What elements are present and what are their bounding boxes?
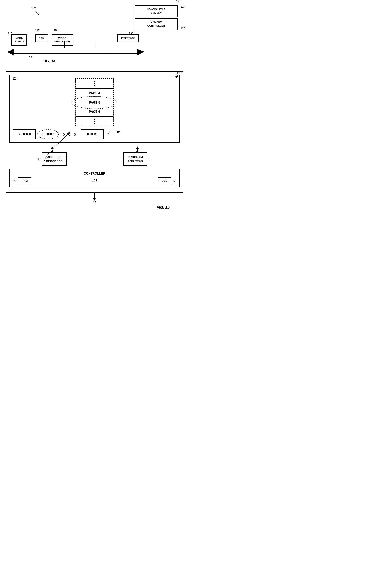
page-stack-container: PAGE 4 PAGE 5 PAGE 6 bbox=[13, 78, 176, 126]
ref-108-label: 108 bbox=[54, 29, 58, 32]
ram-box-1b: RAM bbox=[18, 177, 32, 184]
block-row: BLOCK 0 BLOCK 1 o o o BLOCK 0 11 bbox=[13, 130, 176, 139]
svg-marker-22 bbox=[51, 150, 54, 152]
ref-11-label: 11 bbox=[107, 133, 109, 136]
block0-left-box: BLOCK 0 bbox=[13, 130, 36, 139]
prog-arrow-up bbox=[135, 146, 139, 152]
page5-box: PAGE 5 bbox=[76, 98, 113, 107]
addr-arrow-up bbox=[50, 146, 54, 152]
ref-128-center-label: 128 bbox=[92, 179, 97, 183]
ref-120-label: 120 bbox=[176, 0, 181, 3]
ref-15-label: 15 bbox=[93, 201, 96, 204]
bottom-arrow bbox=[93, 193, 96, 200]
ram-ref-row: 21 RAM bbox=[14, 177, 31, 184]
ecc-box: ECC bbox=[158, 177, 171, 184]
controller-box: CONTROLLER 21 RAM 128 bbox=[9, 169, 180, 187]
dot2 bbox=[94, 83, 95, 84]
page4-box: PAGE 4 bbox=[76, 89, 113, 98]
storage-connection bbox=[108, 17, 114, 50]
dot5 bbox=[94, 121, 95, 122]
interface-box: INTERFACE bbox=[118, 34, 139, 42]
address-decoders-section: 17 ADDRESSDECODERS bbox=[38, 146, 67, 166]
ref-100: 100 bbox=[31, 6, 36, 9]
dot4 bbox=[94, 118, 95, 120]
ref-104-label: 104 bbox=[29, 56, 33, 59]
block0-right-box: BLOCK 0 bbox=[81, 130, 104, 139]
addr-dec-ref-row: 17 ADDRESSDECODERS bbox=[38, 152, 67, 166]
page-stack-dashed: PAGE 4 PAGE 5 PAGE 6 bbox=[75, 78, 114, 126]
dot1 bbox=[94, 81, 95, 82]
storage-system-box: 120 124 NON-VOLATILEMEMORY 128 MEMORYCON… bbox=[133, 4, 179, 31]
ref-19-label: 19 bbox=[148, 157, 151, 160]
dot6 bbox=[94, 123, 95, 124]
ram-box-1a: RAM bbox=[35, 34, 48, 42]
ecc-ref-row: ECC 23 bbox=[158, 177, 176, 184]
page6-box: PAGE 6 bbox=[76, 107, 113, 116]
block1-box: BLOCK 1 bbox=[38, 130, 59, 139]
fig1b-diagram: 120 124 bbox=[4, 71, 185, 204]
prog-read-ref-row: PROGRAMAND READ 19 bbox=[123, 152, 151, 166]
program-read-section: PROGRAMAND READ 19 bbox=[123, 146, 151, 166]
memory-array-box: 124 PAGE 4 bbox=[9, 75, 180, 143]
dot3 bbox=[94, 85, 95, 86]
memory-controller-box: MEMORYCONTROLLER bbox=[135, 18, 178, 30]
fig1b-title: FIG. 1b bbox=[157, 205, 170, 210]
fig1a-title: FIG. 1a bbox=[42, 59, 55, 63]
controller-title: CONTROLLER bbox=[14, 172, 176, 175]
lower-components-row: 17 ADDRESSDECODERS bbox=[9, 146, 180, 166]
component-vertical-lines bbox=[7, 41, 145, 57]
dots-bottom bbox=[76, 116, 113, 126]
address-decoders-box: ADDRESSDECODERS bbox=[42, 152, 67, 166]
ref-124-label: 124 bbox=[181, 5, 185, 8]
bottom-arrow-section: 15 bbox=[93, 193, 96, 204]
non-volatile-memory-box: NON-VOLATILEMEMORY bbox=[135, 5, 178, 17]
dots-top bbox=[76, 79, 113, 89]
ref-21-label: 21 bbox=[14, 179, 17, 182]
svg-marker-27 bbox=[93, 198, 96, 200]
block-dots: o o o bbox=[61, 132, 79, 137]
ref-112-label: 112 bbox=[35, 29, 40, 32]
ref-128-top-label: 128 bbox=[181, 27, 185, 30]
fig1a-diagram: 100 120 124 NON-VOLATILEMEMORY 128 MEMOR… bbox=[4, 4, 185, 66]
controller-inner-row: 21 RAM 128 ECC 23 bbox=[14, 177, 176, 184]
ref-100-arrow bbox=[29, 9, 40, 17]
ref-23-label: 23 bbox=[172, 179, 176, 182]
program-read-box: PROGRAMAND READ bbox=[123, 152, 147, 166]
outer-system-box: 124 PAGE 4 bbox=[6, 71, 183, 193]
svg-marker-25 bbox=[136, 150, 139, 152]
ref-17-label: 17 bbox=[38, 157, 41, 160]
